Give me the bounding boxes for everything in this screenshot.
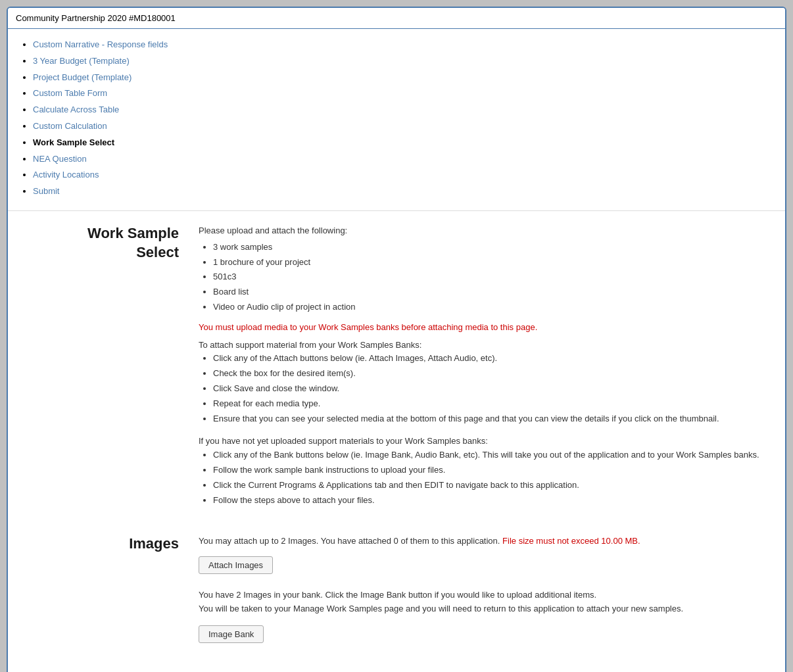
warning-text: You must upload media to your Work Sampl… <box>199 321 772 335</box>
nav-submit[interactable]: Submit <box>33 185 772 199</box>
nav-nea-question[interactable]: NEA Question <box>33 153 772 166</box>
attach-list: Click any of the Attach buttons below (i… <box>199 352 772 425</box>
upload-item: 501c3 <box>213 270 772 284</box>
attach-instruction-item: Click Save and close the window. <box>213 382 772 396</box>
title-bar: Community Partnership 2020 #MD180001 <box>8 8 785 29</box>
bank-info-line2: You will be taken to your Manage Work Sa… <box>199 602 772 616</box>
attach-instruction-item: Repeat for each media type. <box>213 397 772 411</box>
attach-instruction-item: Ensure that you can see your selected me… <box>213 412 772 426</box>
upload-list: 3 work samples1 brochure of your project… <box>199 241 772 314</box>
upload-item: Board list <box>213 285 772 299</box>
image-bank-button[interactable]: Image Bank <box>199 625 264 643</box>
upload-item: 1 brochure of your project <box>213 256 772 270</box>
attach-instruction-item: Click any of the Attach buttons below (i… <box>213 352 772 366</box>
upload-item: 3 work samples <box>213 241 772 254</box>
nav-custom-table-form[interactable]: Custom Table Form <box>33 87 772 101</box>
images-bank-info: You have 2 Images in your bank. Click th… <box>199 588 772 616</box>
bank-info-line1: You have 2 Images in your bank. Click th… <box>199 588 772 602</box>
section-content: Please upload and attach the following: … <box>199 224 772 515</box>
nav-project-budget[interactable]: Project Budget (Template) <box>33 71 772 85</box>
nav-custom-narrative[interactable]: Custom Narrative - Response fields <box>33 38 772 52</box>
nav-3year-budget[interactable]: 3 Year Budget (Template) <box>33 55 772 68</box>
bank-instruction-item: Click any of the Bank buttons below (ie.… <box>213 448 772 462</box>
navigation: Custom Narrative - Response fields3 Year… <box>8 29 785 211</box>
images-label: Images <box>21 535 199 554</box>
section-heading: Work SampleSelect <box>21 224 199 262</box>
nav-list: Custom Narrative - Response fields3 Year… <box>21 38 772 199</box>
images-heading: Images <box>129 535 179 552</box>
nav-work-sample-select[interactable]: Work Sample Select <box>33 136 772 150</box>
attach-instructions-block: To attach support material from your Wor… <box>199 339 772 426</box>
images-section: Images You may attach up to 2 Images. Yo… <box>21 535 772 650</box>
content-section: Work SampleSelect Please upload and atta… <box>8 211 785 672</box>
bank-list: Click any of the Bank buttons below (ie.… <box>199 448 772 507</box>
attach-label: To attach support material from your Wor… <box>199 339 772 352</box>
window-title: Community Partnership 2020 #MD180001 <box>16 13 176 23</box>
bank-intro-label: If you have not yet uploaded support mat… <box>199 435 772 448</box>
intro-text: Please upload and attach the following: <box>199 224 772 238</box>
main-window: Community Partnership 2020 #MD180001 Cus… <box>7 7 786 672</box>
bank-instruction-item: Click the Current Programs & Application… <box>213 479 772 492</box>
images-info-text: You may attach up to 2 Images. You have … <box>199 536 500 546</box>
bank-instructions-block: If you have not yet uploaded support mat… <box>199 435 772 507</box>
images-info: You may attach up to 2 Images. You have … <box>199 535 772 548</box>
attach-images-button[interactable]: Attach Images <box>199 556 273 574</box>
bank-instruction-item: Follow the work sample bank instructions… <box>213 464 772 477</box>
work-sample-section: Work SampleSelect Please upload and atta… <box>21 224 772 515</box>
images-body: You may attach up to 2 Images. You have … <box>199 535 772 650</box>
nav-activity-locations[interactable]: Activity Locations <box>33 168 772 182</box>
bank-instruction-item: Follow the steps above to attach your fi… <box>213 494 772 508</box>
nav-calculate-across-table[interactable]: Calculate Across Table <box>33 103 772 117</box>
file-size-text: File size must not exceed 10.00 MB. <box>502 536 640 546</box>
attach-instruction-item: Check the box for the desired item(s). <box>213 367 772 381</box>
upload-item: Video or Audio clip of project in action <box>213 300 772 314</box>
nav-custom-calculation[interactable]: Custom Calculation <box>33 120 772 133</box>
